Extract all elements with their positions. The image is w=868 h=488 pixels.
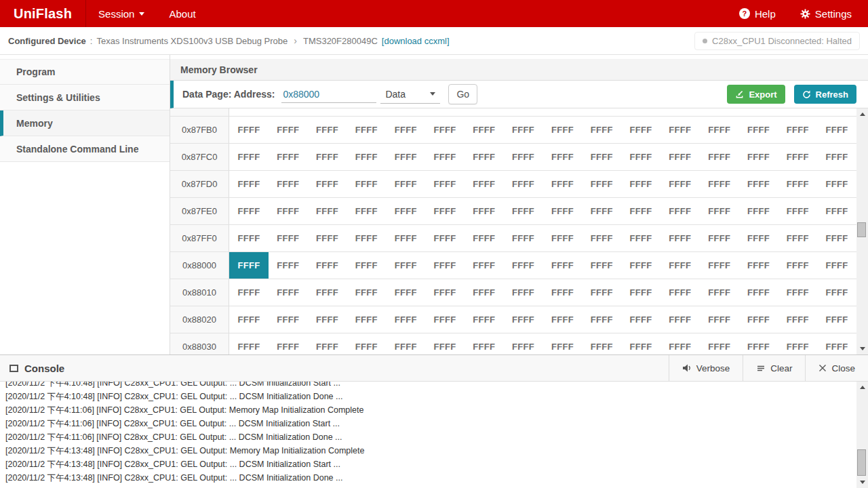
- memory-cell[interactable]: FFFF: [543, 306, 583, 333]
- memory-cell[interactable]: FFFF: [778, 117, 817, 143]
- memory-cell[interactable]: FFFF: [347, 333, 386, 354]
- memory-cell[interactable]: [582, 108, 621, 116]
- memory-cell[interactable]: FFFF: [229, 144, 269, 170]
- memory-cell[interactable]: FFFF: [778, 198, 817, 224]
- memory-cell[interactable]: [465, 108, 504, 116]
- memory-cell[interactable]: FFFF: [269, 171, 308, 197]
- memory-cell[interactable]: FFFF: [660, 333, 700, 354]
- memory-cell[interactable]: FFFF: [229, 333, 269, 354]
- memory-cell[interactable]: FFFF: [386, 198, 425, 224]
- memory-cell[interactable]: FFFF: [308, 252, 347, 279]
- memory-cell[interactable]: FFFF: [425, 117, 465, 143]
- memory-cell[interactable]: [817, 108, 856, 116]
- memory-cell[interactable]: [621, 108, 660, 116]
- memory-cell[interactable]: FFFF: [621, 144, 660, 170]
- export-button[interactable]: Export: [727, 85, 785, 104]
- memory-cell[interactable]: FFFF: [700, 252, 739, 279]
- memory-cell[interactable]: FFFF: [229, 252, 269, 279]
- memory-cell[interactable]: FFFF: [817, 333, 856, 354]
- verbose-button[interactable]: Verbose: [669, 355, 743, 381]
- memory-cell[interactable]: FFFF: [347, 171, 386, 197]
- memory-cell[interactable]: FFFF: [582, 144, 621, 170]
- memory-cell[interactable]: FFFF: [778, 144, 817, 170]
- close-button[interactable]: Close: [805, 355, 868, 381]
- memory-cell[interactable]: FFFF: [543, 171, 583, 197]
- memory-cell[interactable]: FFFF: [778, 333, 817, 354]
- scroll-up-button[interactable]: [856, 108, 868, 120]
- format-select[interactable]: Data: [380, 85, 440, 104]
- scroll-up-button[interactable]: [856, 382, 868, 393]
- memory-cell[interactable]: FFFF: [739, 279, 778, 306]
- memory-cell[interactable]: FFFF: [347, 198, 386, 224]
- memory-cell[interactable]: FFFF: [425, 306, 465, 333]
- memory-cell[interactable]: FFFF: [700, 225, 739, 251]
- memory-cell[interactable]: FFFF: [660, 306, 700, 333]
- help-button[interactable]: ? Help: [727, 0, 788, 27]
- memory-cell[interactable]: FFFF: [739, 306, 778, 333]
- memory-cell[interactable]: FFFF: [229, 279, 269, 306]
- memory-cell[interactable]: FFFF: [504, 171, 543, 197]
- memory-cell[interactable]: FFFF: [621, 117, 660, 143]
- memory-cell[interactable]: FFFF: [660, 252, 700, 279]
- memory-cell[interactable]: FFFF: [700, 333, 739, 354]
- memory-cell[interactable]: [778, 108, 817, 116]
- memory-cell[interactable]: FFFF: [817, 225, 856, 251]
- memory-cell[interactable]: FFFF: [778, 252, 817, 279]
- memory-cell[interactable]: FFFF: [347, 279, 386, 306]
- memory-cell[interactable]: FFFF: [308, 198, 347, 224]
- refresh-button[interactable]: Refresh: [794, 85, 856, 104]
- memory-cell[interactable]: FFFF: [543, 333, 583, 354]
- memory-cell[interactable]: FFFF: [817, 279, 856, 306]
- scroll-down-button[interactable]: [856, 476, 868, 488]
- memory-cell[interactable]: FFFF: [817, 306, 856, 333]
- memory-cell[interactable]: [229, 108, 269, 116]
- memory-cell[interactable]: FFFF: [347, 306, 386, 333]
- clear-button[interactable]: Clear: [743, 355, 805, 381]
- memory-cell[interactable]: [504, 108, 543, 116]
- memory-cell[interactable]: FFFF: [817, 198, 856, 224]
- memory-cell[interactable]: [739, 108, 778, 116]
- memory-cell[interactable]: [269, 108, 308, 116]
- memory-cell[interactable]: FFFF: [660, 171, 700, 197]
- memory-cell[interactable]: [347, 108, 386, 116]
- memory-cell[interactable]: FFFF: [308, 306, 347, 333]
- memory-cell[interactable]: FFFF: [465, 279, 504, 306]
- memory-cell[interactable]: FFFF: [504, 198, 543, 224]
- memory-cell[interactable]: FFFF: [386, 306, 425, 333]
- sidebar-item-settings-utilities[interactable]: Settings & Utilities: [0, 85, 170, 110]
- sidebar-item-memory[interactable]: Memory: [0, 110, 170, 136]
- scroll-thumb[interactable]: [857, 449, 866, 476]
- console-scrollbar[interactable]: [856, 382, 868, 488]
- memory-cell[interactable]: FFFF: [778, 279, 817, 306]
- memory-cell[interactable]: FFFF: [660, 198, 700, 224]
- memory-cell[interactable]: FFFF: [347, 117, 386, 143]
- memory-cell[interactable]: FFFF: [621, 252, 660, 279]
- memory-cell[interactable]: FFFF: [504, 279, 543, 306]
- memory-cell[interactable]: FFFF: [386, 171, 425, 197]
- memory-cell[interactable]: FFFF: [778, 171, 817, 197]
- memory-cell[interactable]: FFFF: [582, 333, 621, 354]
- memory-cell[interactable]: FFFF: [621, 171, 660, 197]
- memory-cell[interactable]: [543, 108, 583, 116]
- memory-cell[interactable]: FFFF: [425, 198, 465, 224]
- memory-cell[interactable]: FFFF: [543, 225, 583, 251]
- memory-cell[interactable]: FFFF: [465, 198, 504, 224]
- memory-cell[interactable]: FFFF: [347, 252, 386, 279]
- memory-cell[interactable]: FFFF: [660, 117, 700, 143]
- memory-cell[interactable]: FFFF: [700, 144, 739, 170]
- memory-cell[interactable]: FFFF: [817, 144, 856, 170]
- memory-cell[interactable]: FFFF: [229, 117, 269, 143]
- memory-cell[interactable]: FFFF: [543, 198, 583, 224]
- memory-cell[interactable]: FFFF: [739, 171, 778, 197]
- memory-cell[interactable]: FFFF: [700, 306, 739, 333]
- address-input[interactable]: [281, 86, 376, 103]
- memory-cell[interactable]: FFFF: [543, 279, 583, 306]
- memory-cell[interactable]: FFFF: [386, 144, 425, 170]
- memory-cell[interactable]: FFFF: [582, 306, 621, 333]
- memory-cell[interactable]: FFFF: [621, 306, 660, 333]
- memory-cell[interactable]: FFFF: [739, 144, 778, 170]
- memory-cell[interactable]: FFFF: [582, 252, 621, 279]
- memory-cell[interactable]: FFFF: [739, 333, 778, 354]
- memory-cell[interactable]: FFFF: [504, 252, 543, 279]
- memory-cell[interactable]: FFFF: [386, 225, 425, 251]
